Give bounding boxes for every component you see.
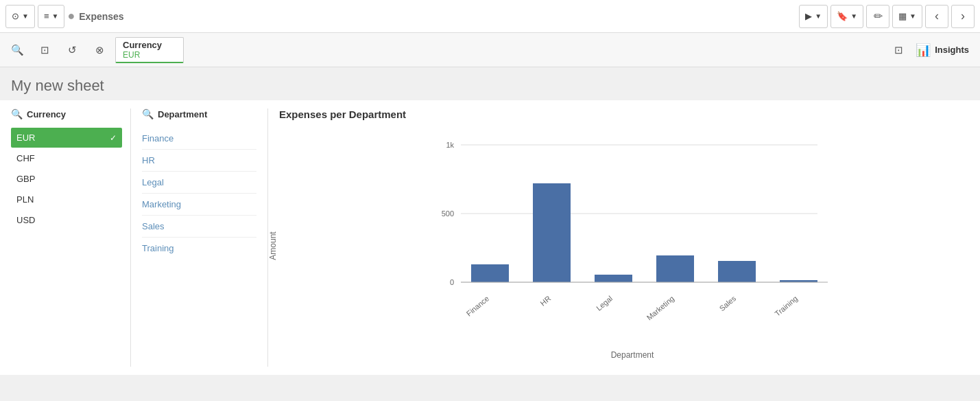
dept-item-hr[interactable]: HR	[142, 150, 256, 172]
currency-search-icon: 🔍	[11, 108, 23, 119]
bar-sales[interactable]	[718, 261, 756, 282]
filter-chip-label: Currency	[123, 40, 176, 50]
dept-label-legal: Legal	[142, 177, 164, 187]
svg-text:Training: Training	[773, 294, 799, 317]
pencil-icon: ✏	[874, 10, 883, 23]
present-chevron: ▼	[815, 12, 822, 20]
chart-chevron: ▼	[909, 12, 916, 20]
clear-tool-button[interactable]: ⊗	[88, 38, 111, 62]
dept-label-hr: HR	[142, 155, 155, 165]
dept-label-training: Training	[142, 243, 174, 253]
top-toolbar: ⊙ ▼ ≡ ▼ ● Expenses ▶ ▼ 🔖 ▼ ✏ ▦ ▼ ‹	[0, 0, 980, 33]
currency-item-label-gbp: GBP	[16, 174, 35, 184]
compass-icon: ⊙	[12, 11, 19, 21]
expenses-dot-icon: ●	[67, 9, 75, 23]
bar-legal[interactable]	[595, 275, 632, 282]
insights-label: Insights	[935, 45, 969, 55]
filter-bar-right: ⊡ 📊 Insights	[887, 33, 975, 67]
svg-text:Finance: Finance	[465, 294, 491, 317]
chart-wrapper: Amount 1k 500 0	[279, 131, 958, 360]
list-menu-button[interactable]: ≡ ▼	[38, 5, 65, 28]
edit-button[interactable]: ✏	[866, 5, 889, 28]
check-icon: ✓	[110, 133, 117, 143]
sheet-title-bar: My new sheet	[0, 67, 980, 100]
main-content: 🔍 Currency EUR ✓ CHF GBP PLN USD 🔍 Depar…	[0, 100, 980, 375]
bar-hr[interactable]	[533, 183, 571, 282]
currency-item-pln[interactable]: PLN	[11, 190, 122, 209]
bar-marketing[interactable]	[656, 255, 694, 282]
currency-filter-chip[interactable]: Currency EUR	[115, 37, 184, 63]
svg-text:0: 0	[450, 278, 454, 286]
rotate-icon: ↺	[68, 44, 77, 56]
back-button[interactable]: ‹	[925, 5, 948, 28]
list-icon: ≡	[44, 11, 49, 21]
x-axis-label: Department	[307, 350, 958, 360]
app-menu-button[interactable]: ⊙ ▼	[5, 5, 35, 28]
dept-item-finance[interactable]: Finance	[142, 128, 256, 150]
present-icon: ▶	[805, 11, 812, 21]
filter-bar-left: 🔍 ⊡ ↺ ⊗ Currency EUR	[5, 33, 184, 67]
forward-button[interactable]: ›	[951, 5, 975, 28]
list-menu-chevron: ▼	[52, 12, 59, 20]
svg-text:1k: 1k	[446, 141, 454, 149]
zoom-tool-button[interactable]: 🔍	[5, 38, 29, 62]
app-menu-chevron: ▼	[22, 12, 29, 20]
chart-area: Expenses per Department Amount 1k 500 0	[268, 108, 969, 367]
dept-item-sales[interactable]: Sales	[142, 216, 256, 238]
bar-finance[interactable]	[471, 264, 509, 282]
dept-label-finance: Finance	[142, 133, 174, 144]
select2-tool-button[interactable]: ⊡	[887, 38, 910, 62]
currency-item-usd[interactable]: USD	[11, 210, 122, 230]
insights-button[interactable]: 📊 Insights	[910, 43, 975, 58]
currency-item-label-eur: EUR	[16, 133, 35, 143]
department-panel: 🔍 Department Finance HR Legal Marketing …	[131, 108, 268, 367]
dept-item-legal[interactable]: Legal	[142, 172, 256, 194]
svg-text:Sales: Sales	[717, 294, 737, 312]
department-panel-title: Department	[158, 109, 207, 119]
svg-text:Marketing: Marketing	[645, 294, 676, 321]
rotate-tool-button[interactable]: ↺	[60, 38, 84, 62]
bar-chart-svg: 1k 500 0 Finance	[307, 131, 958, 323]
zoom-icon: 🔍	[11, 44, 24, 56]
dept-label-sales: Sales	[142, 221, 165, 231]
bookmark-chevron: ▼	[850, 12, 857, 20]
currency-item-chf[interactable]: CHF	[11, 148, 122, 168]
app-title-area: ● Expenses	[67, 9, 123, 23]
svg-text:HR: HR	[538, 294, 552, 307]
svg-text:Legal: Legal	[595, 294, 614, 312]
bookmark-icon: 🔖	[837, 11, 848, 21]
select-tool-button[interactable]: ⊡	[33, 38, 56, 62]
currency-item-gbp[interactable]: GBP	[11, 169, 122, 189]
clear-icon: ⊗	[95, 44, 104, 56]
department-panel-header: 🔍 Department	[142, 108, 256, 122]
bookmark-button[interactable]: 🔖 ▼	[830, 5, 863, 28]
department-search-icon: 🔍	[142, 108, 154, 119]
chart-button[interactable]: ▦ ▼	[892, 5, 922, 28]
insights-chart-icon: 📊	[916, 43, 931, 58]
select-icon: ⊡	[40, 44, 49, 56]
svg-text:500: 500	[442, 209, 454, 218]
currency-item-label-pln: PLN	[16, 194, 34, 205]
dept-label-marketing: Marketing	[142, 199, 181, 209]
forward-icon: ›	[961, 9, 965, 23]
chart-title: Expenses per Department	[279, 108, 958, 120]
dept-item-training[interactable]: Training	[142, 238, 256, 259]
currency-panel-header: 🔍 Currency	[11, 108, 122, 122]
present-button[interactable]: ▶ ▼	[799, 5, 828, 28]
toolbar-left: ⊙ ▼ ≡ ▼ ● Expenses	[5, 5, 124, 28]
currency-item-label-usd: USD	[16, 215, 35, 225]
currency-item-eur[interactable]: EUR ✓	[11, 128, 122, 148]
app-title-label: Expenses	[79, 11, 123, 22]
sheet-title: My new sheet	[11, 77, 969, 95]
dept-item-marketing[interactable]: Marketing	[142, 194, 256, 216]
y-axis-label: Amount	[268, 231, 278, 260]
currency-panel-title: Currency	[27, 109, 66, 119]
filter-bar: 🔍 ⊡ ↺ ⊗ Currency EUR ⊡ 📊 Insights	[0, 33, 980, 67]
toolbar-right: ▶ ▼ 🔖 ▼ ✏ ▦ ▼ ‹ ›	[799, 5, 975, 28]
chart-icon: ▦	[898, 11, 907, 21]
select2-icon: ⊡	[894, 44, 903, 56]
filter-chip-value: EUR	[123, 50, 176, 60]
back-icon: ‹	[935, 9, 939, 23]
currency-panel: 🔍 Currency EUR ✓ CHF GBP PLN USD	[11, 108, 131, 367]
currency-item-label-chf: CHF	[16, 153, 35, 163]
